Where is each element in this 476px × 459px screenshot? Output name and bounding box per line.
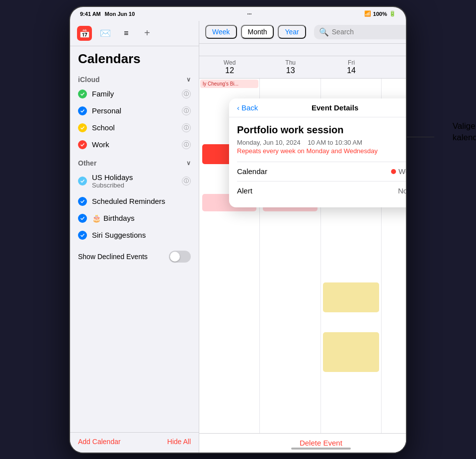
event-date-text: Monday, Jun 10, 2024	[237, 139, 301, 146]
school-dot	[78, 123, 87, 132]
back-label: Back	[241, 103, 258, 112]
other-label: Other	[78, 159, 96, 167]
sidebar-title: Calendars	[70, 46, 199, 70]
back-chevron-icon: ‹	[237, 103, 239, 112]
event-title: Portfolio work session	[237, 124, 407, 136]
show-declined-label: Show Declined Events	[78, 253, 148, 261]
calendar-item-work[interactable]: Work ⓘ	[70, 136, 199, 153]
status-bar: 9:41 AM Mon Jun 10 ··· 📶 100% 🔋	[70, 7, 406, 21]
inbox-icon[interactable]: ✉️	[98, 26, 113, 41]
family-info-btn[interactable]: ⓘ	[182, 90, 191, 98]
list-icon[interactable]: ≡	[119, 26, 134, 41]
school-label: School	[92, 123, 177, 132]
hide-all-btn[interactable]: Hide All	[167, 438, 191, 446]
show-declined-row: Show Declined Events	[70, 246, 199, 268]
popup-body: Portfolio work session Monday, Jun 10, 2…	[229, 117, 407, 207]
delete-event-btn[interactable]: Delete Event	[300, 439, 342, 447]
day-header-sat: Sat 15	[382, 56, 407, 78]
icloud-section-header[interactable]: iCloud ∨	[70, 70, 199, 86]
show-declined-toggle[interactable]	[169, 251, 191, 263]
calendar-item-siri[interactable]: Siri Suggestions	[70, 227, 199, 244]
work-info-btn[interactable]: ⓘ	[182, 140, 191, 149]
birthdays-label: 🎂 Birthdays	[92, 214, 191, 223]
calendar-item-school[interactable]: School ⓘ	[70, 119, 199, 136]
delete-bar: Delete Event	[199, 433, 407, 453]
year-view-btn[interactable]: Year	[278, 25, 306, 39]
popup-back-btn[interactable]: ‹ Back	[237, 103, 258, 112]
calendar-header: Week Month Year 🔍 🎙️	[199, 21, 407, 44]
event-cheung[interactable]: ly Cheung's Bi...	[200, 80, 258, 88]
calendar-main: Week Month Year 🔍 🎙️ Today Wed	[199, 21, 407, 453]
status-day: Mon Jun 10	[105, 11, 135, 17]
reminders-label: Scheduled Reminders	[92, 197, 191, 205]
day-header-wed: Wed 12	[199, 56, 260, 78]
annotation-line	[407, 137, 434, 137]
sidebar-bottom: Add Calendar Hide All	[70, 432, 199, 453]
home-indicator	[291, 448, 351, 450]
event-yellow-fri2[interactable]	[323, 332, 379, 372]
status-time: 9:41 AM	[80, 11, 101, 17]
search-bar[interactable]: 🔍 🎙️	[314, 25, 407, 39]
battery-level: 100%	[373, 11, 387, 17]
ipad-frame: 9:41 AM Mon Jun 10 ··· 📶 100% 🔋 📅	[69, 6, 407, 454]
calendar-item-personal[interactable]: Personal ⓘ	[70, 102, 199, 119]
day-header-thu: Thu 13	[260, 56, 320, 78]
us-holidays-sub: Subscribed	[92, 182, 177, 189]
calendar-icon[interactable]: 📅	[77, 26, 92, 41]
icloud-chevron[interactable]: ∨	[186, 76, 191, 83]
family-dot	[78, 90, 87, 98]
reminders-dot	[78, 197, 87, 206]
school-info-btn[interactable]: ⓘ	[182, 123, 191, 132]
calendar-grid: ly Cheung's Bi...	[199, 79, 407, 433]
calendar-item-family[interactable]: Family ⓘ	[70, 86, 199, 102]
add-icon[interactable]: +	[140, 26, 155, 41]
other-chevron[interactable]: ∨	[186, 160, 191, 167]
annotation-text: Valige kuvatavad kalendrid.	[453, 120, 476, 144]
day-header-fri: Fri 14	[321, 56, 382, 78]
calendar-item-birthdays[interactable]: 🎂 Birthdays	[70, 210, 199, 227]
icloud-label: iCloud	[78, 76, 100, 84]
alert-row-label: Alert	[237, 186, 252, 195]
event-popup: ‹ Back Event Details Edit Portfolio work…	[229, 98, 407, 207]
us-holidays-dot	[78, 177, 87, 185]
calendar-row: Calendar Work ⌃	[237, 162, 407, 181]
us-holidays-label: US Holidays	[92, 173, 177, 182]
calendar-item-us-holidays[interactable]: US Holidays Subscribed ⓘ	[70, 169, 199, 193]
work-color-dot	[391, 169, 396, 174]
us-holidays-info-btn[interactable]: ⓘ	[182, 177, 191, 185]
calendar-value: Work	[398, 167, 407, 176]
siri-label: Siri Suggestions	[92, 231, 191, 239]
search-icon: 🔍	[319, 27, 329, 37]
personal-label: Personal	[92, 106, 177, 115]
event-date: Monday, Jun 10, 2024 10 AM to 10:30 AM	[237, 139, 407, 146]
sidebar-scroll: iCloud ∨ Family ⓘ	[70, 70, 199, 432]
alert-value: None	[398, 186, 407, 195]
event-repeat: Repeats every week on Monday and Wednesd…	[237, 147, 407, 155]
battery-icon: 🔋	[389, 10, 396, 17]
month-view-btn[interactable]: Month	[241, 25, 274, 39]
calendar-item-reminders[interactable]: Scheduled Reminders	[70, 193, 199, 210]
wifi-icon: 📶	[364, 10, 371, 17]
family-label: Family	[92, 90, 177, 98]
search-input[interactable]	[332, 28, 407, 36]
calendar-row-value: Work ⌃	[391, 167, 407, 176]
calendar-row-label: Calendar	[237, 167, 267, 176]
personal-dot	[78, 106, 87, 115]
other-section-header[interactable]: Other ∨	[70, 153, 199, 169]
personal-info-btn[interactable]: ⓘ	[182, 106, 191, 115]
add-calendar-btn[interactable]: Add Calendar	[78, 438, 121, 446]
birthdays-dot	[78, 214, 87, 223]
popup-header: ‹ Back Event Details Edit	[229, 98, 407, 117]
alert-row: Alert None ⌃	[237, 181, 407, 200]
popup-title: Event Details	[312, 103, 358, 112]
work-label: Work	[92, 140, 177, 149]
day-headers: Wed 12 Thu 13 Fri 14 Sat 15	[199, 56, 407, 79]
siri-dot	[78, 231, 87, 240]
week-view-btn[interactable]: Week	[205, 25, 237, 39]
sidebar: 📅 ✉️ ≡ + Calendars	[70, 21, 199, 453]
wifi-dots: ···	[247, 11, 251, 17]
alert-row-value: None ⌃	[398, 186, 407, 195]
event-yellow-fri[interactable]	[323, 282, 379, 312]
event-time-text: 10 AM to 10:30 AM	[308, 139, 362, 146]
work-dot	[78, 140, 87, 149]
